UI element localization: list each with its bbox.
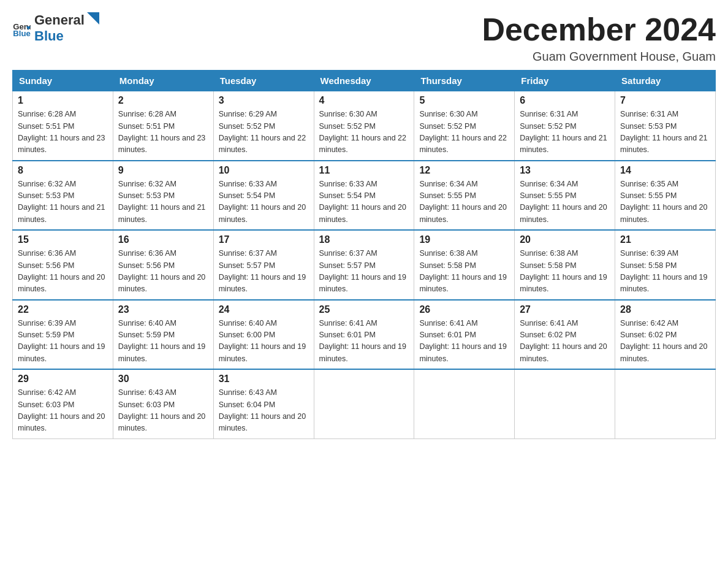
day-info: Sunrise: 6:42 AMSunset: 6:02 PMDaylight:…	[620, 318, 710, 366]
day-info: Sunrise: 6:41 AMSunset: 6:01 PMDaylight:…	[419, 318, 509, 366]
calendar-cell: 26Sunrise: 6:41 AMSunset: 6:01 PMDayligh…	[414, 300, 515, 370]
calendar-week-2: 8Sunrise: 6:32 AMSunset: 5:53 PMDaylight…	[13, 161, 716, 231]
day-info: Sunrise: 6:31 AMSunset: 5:53 PMDaylight:…	[620, 109, 710, 156]
day-info: Sunrise: 6:30 AMSunset: 5:52 PMDaylight:…	[419, 109, 509, 156]
day-info: Sunrise: 6:36 AMSunset: 5:56 PMDaylight:…	[18, 248, 108, 296]
day-number: 6	[520, 95, 610, 106]
day-number: 9	[118, 165, 208, 176]
day-info: Sunrise: 6:37 AMSunset: 5:57 PMDaylight:…	[219, 248, 309, 296]
calendar-cell: 9Sunrise: 6:32 AMSunset: 5:53 PMDaylight…	[113, 161, 213, 231]
calendar-cell: 20Sunrise: 6:38 AMSunset: 5:58 PMDayligh…	[515, 230, 615, 300]
calendar-cell: 17Sunrise: 6:37 AMSunset: 5:57 PMDayligh…	[213, 230, 314, 300]
calendar-cell: 15Sunrise: 6:36 AMSunset: 5:56 PMDayligh…	[13, 230, 113, 300]
day-number: 1	[18, 95, 108, 106]
day-info: Sunrise: 6:40 AMSunset: 5:59 PMDaylight:…	[118, 318, 208, 366]
day-number: 24	[219, 304, 309, 315]
calendar-cell: 28Sunrise: 6:42 AMSunset: 6:02 PMDayligh…	[615, 300, 716, 370]
calendar-cell: 5Sunrise: 6:30 AMSunset: 5:52 PMDaylight…	[414, 91, 515, 161]
day-number: 27	[520, 304, 610, 315]
calendar-cell: 23Sunrise: 6:40 AMSunset: 5:59 PMDayligh…	[113, 300, 213, 370]
day-number: 14	[620, 165, 710, 176]
calendar-cell	[414, 369, 515, 439]
day-info: Sunrise: 6:28 AMSunset: 5:51 PMDaylight:…	[18, 109, 108, 156]
weekday-header-saturday: Saturday	[615, 71, 716, 91]
logo-general-text: General	[34, 12, 85, 28]
day-number: 11	[319, 165, 409, 176]
page-header: General Blue General Blue December 2024 …	[12, 12, 716, 64]
day-info: Sunrise: 6:30 AMSunset: 5:52 PMDaylight:…	[319, 109, 409, 156]
calendar-cell: 16Sunrise: 6:36 AMSunset: 5:56 PMDayligh…	[113, 230, 213, 300]
day-number: 8	[18, 165, 108, 176]
calendar-cell	[515, 369, 615, 439]
day-info: Sunrise: 6:29 AMSunset: 5:52 PMDaylight:…	[219, 109, 309, 156]
calendar-title: December 2024	[482, 12, 716, 47]
calendar-subtitle: Guam Government House, Guam	[482, 50, 716, 64]
day-info: Sunrise: 6:31 AMSunset: 5:52 PMDaylight:…	[520, 109, 610, 156]
calendar-cell: 4Sunrise: 6:30 AMSunset: 5:52 PMDaylight…	[314, 91, 414, 161]
day-number: 10	[219, 165, 309, 176]
day-number: 19	[419, 234, 509, 245]
calendar-cell: 24Sunrise: 6:40 AMSunset: 6:00 PMDayligh…	[213, 300, 314, 370]
day-info: Sunrise: 6:35 AMSunset: 5:55 PMDaylight:…	[620, 178, 710, 226]
weekday-header-friday: Friday	[515, 71, 615, 91]
calendar-cell: 11Sunrise: 6:33 AMSunset: 5:54 PMDayligh…	[314, 161, 414, 231]
logo-icon: General Blue	[12, 19, 31, 37]
day-info: Sunrise: 6:38 AMSunset: 5:58 PMDaylight:…	[419, 248, 509, 296]
day-info: Sunrise: 6:37 AMSunset: 5:57 PMDaylight:…	[319, 248, 409, 296]
calendar-cell: 6Sunrise: 6:31 AMSunset: 5:52 PMDaylight…	[515, 91, 615, 161]
day-info: Sunrise: 6:33 AMSunset: 5:54 PMDaylight:…	[319, 178, 409, 226]
day-number: 26	[419, 304, 509, 315]
day-number: 30	[118, 373, 208, 385]
calendar-cell: 3Sunrise: 6:29 AMSunset: 5:52 PMDaylight…	[213, 91, 314, 161]
day-info: Sunrise: 6:39 AMSunset: 5:59 PMDaylight:…	[18, 318, 108, 366]
day-number: 23	[118, 304, 208, 315]
title-section: December 2024 Guam Government House, Gua…	[482, 12, 716, 64]
calendar-table: SundayMondayTuesdayWednesdayThursdayFrid…	[12, 70, 716, 439]
calendar-cell: 25Sunrise: 6:41 AMSunset: 6:01 PMDayligh…	[314, 300, 414, 370]
calendar-cell: 22Sunrise: 6:39 AMSunset: 5:59 PMDayligh…	[13, 300, 113, 370]
day-number: 2	[118, 95, 208, 106]
calendar-cell: 8Sunrise: 6:32 AMSunset: 5:53 PMDaylight…	[13, 161, 113, 231]
day-number: 4	[319, 95, 409, 106]
day-info: Sunrise: 6:36 AMSunset: 5:56 PMDaylight:…	[118, 248, 208, 296]
day-info: Sunrise: 6:32 AMSunset: 5:53 PMDaylight:…	[118, 178, 208, 226]
weekday-header-thursday: Thursday	[414, 71, 515, 91]
day-info: Sunrise: 6:42 AMSunset: 6:03 PMDaylight:…	[18, 387, 108, 435]
calendar-cell: 14Sunrise: 6:35 AMSunset: 5:55 PMDayligh…	[615, 161, 716, 231]
calendar-cell: 30Sunrise: 6:43 AMSunset: 6:03 PMDayligh…	[113, 369, 213, 439]
day-info: Sunrise: 6:43 AMSunset: 6:03 PMDaylight:…	[118, 387, 208, 435]
day-number: 18	[319, 234, 409, 245]
day-info: Sunrise: 6:43 AMSunset: 6:04 PMDaylight:…	[219, 387, 309, 435]
day-number: 28	[620, 304, 710, 315]
calendar-week-3: 15Sunrise: 6:36 AMSunset: 5:56 PMDayligh…	[13, 230, 716, 300]
calendar-week-1: 1Sunrise: 6:28 AMSunset: 5:51 PMDaylight…	[13, 91, 716, 161]
day-number: 15	[18, 234, 108, 245]
svg-marker-3	[87, 12, 99, 25]
day-info: Sunrise: 6:32 AMSunset: 5:53 PMDaylight:…	[18, 178, 108, 226]
calendar-cell: 19Sunrise: 6:38 AMSunset: 5:58 PMDayligh…	[414, 230, 515, 300]
day-info: Sunrise: 6:40 AMSunset: 6:00 PMDaylight:…	[219, 318, 309, 366]
calendar-cell: 13Sunrise: 6:34 AMSunset: 5:55 PMDayligh…	[515, 161, 615, 231]
logo-triangle-icon	[87, 12, 99, 25]
calendar-cell: 7Sunrise: 6:31 AMSunset: 5:53 PMDaylight…	[615, 91, 716, 161]
calendar-cell	[314, 369, 414, 439]
calendar-cell: 31Sunrise: 6:43 AMSunset: 6:04 PMDayligh…	[213, 369, 314, 439]
day-number: 21	[620, 234, 710, 245]
day-info: Sunrise: 6:33 AMSunset: 5:54 PMDaylight:…	[219, 178, 309, 226]
day-number: 3	[219, 95, 309, 106]
day-number: 22	[18, 304, 108, 315]
calendar-cell: 2Sunrise: 6:28 AMSunset: 5:51 PMDaylight…	[113, 91, 213, 161]
logo-blue-text: Blue	[34, 28, 64, 44]
calendar-week-4: 22Sunrise: 6:39 AMSunset: 5:59 PMDayligh…	[13, 300, 716, 370]
day-info: Sunrise: 6:41 AMSunset: 6:01 PMDaylight:…	[319, 318, 409, 366]
day-number: 5	[419, 95, 509, 106]
day-info: Sunrise: 6:41 AMSunset: 6:02 PMDaylight:…	[520, 318, 610, 366]
day-number: 16	[118, 234, 208, 245]
calendar-cell: 18Sunrise: 6:37 AMSunset: 5:57 PMDayligh…	[314, 230, 414, 300]
calendar-cell: 27Sunrise: 6:41 AMSunset: 6:02 PMDayligh…	[515, 300, 615, 370]
calendar-cell: 10Sunrise: 6:33 AMSunset: 5:54 PMDayligh…	[213, 161, 314, 231]
weekday-header-sunday: Sunday	[13, 71, 113, 91]
weekday-header-tuesday: Tuesday	[213, 71, 314, 91]
weekday-header-row: SundayMondayTuesdayWednesdayThursdayFrid…	[13, 71, 716, 91]
day-number: 25	[319, 304, 409, 315]
